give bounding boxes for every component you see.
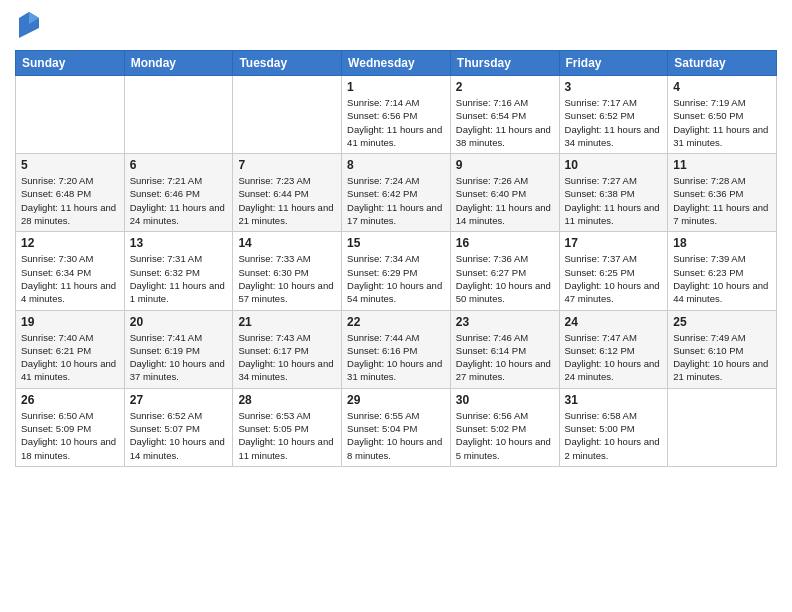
- day-number: 6: [130, 158, 228, 172]
- day-info: Sunrise: 7:47 AMSunset: 6:12 PMDaylight:…: [565, 331, 663, 384]
- day-info: Sunrise: 7:26 AMSunset: 6:40 PMDaylight:…: [456, 174, 554, 227]
- day-number: 4: [673, 80, 771, 94]
- logo-text-block: [15, 10, 41, 42]
- day-info: Sunrise: 6:58 AMSunset: 5:00 PMDaylight:…: [565, 409, 663, 462]
- calendar-cell: 21Sunrise: 7:43 AMSunset: 6:17 PMDayligh…: [233, 310, 342, 388]
- day-number: 10: [565, 158, 663, 172]
- day-number: 19: [21, 315, 119, 329]
- calendar-cell: 17Sunrise: 7:37 AMSunset: 6:25 PMDayligh…: [559, 232, 668, 310]
- day-number: 22: [347, 315, 445, 329]
- calendar-cell: 3Sunrise: 7:17 AMSunset: 6:52 PMDaylight…: [559, 76, 668, 154]
- calendar-day-header: Tuesday: [233, 51, 342, 76]
- day-number: 7: [238, 158, 336, 172]
- day-number: 15: [347, 236, 445, 250]
- day-info: Sunrise: 7:27 AMSunset: 6:38 PMDaylight:…: [565, 174, 663, 227]
- day-info: Sunrise: 7:24 AMSunset: 6:42 PMDaylight:…: [347, 174, 445, 227]
- calendar-cell: 10Sunrise: 7:27 AMSunset: 6:38 PMDayligh…: [559, 154, 668, 232]
- day-info: Sunrise: 7:36 AMSunset: 6:27 PMDaylight:…: [456, 252, 554, 305]
- day-number: 9: [456, 158, 554, 172]
- calendar-cell: 5Sunrise: 7:20 AMSunset: 6:48 PMDaylight…: [16, 154, 125, 232]
- logo-general: [15, 10, 41, 42]
- calendar-cell: 26Sunrise: 6:50 AMSunset: 5:09 PMDayligh…: [16, 388, 125, 466]
- calendar-cell: 1Sunrise: 7:14 AMSunset: 6:56 PMDaylight…: [342, 76, 451, 154]
- day-number: 27: [130, 393, 228, 407]
- day-info: Sunrise: 7:41 AMSunset: 6:19 PMDaylight:…: [130, 331, 228, 384]
- day-number: 1: [347, 80, 445, 94]
- calendar-cell: 2Sunrise: 7:16 AMSunset: 6:54 PMDaylight…: [450, 76, 559, 154]
- day-number: 16: [456, 236, 554, 250]
- day-info: Sunrise: 6:50 AMSunset: 5:09 PMDaylight:…: [21, 409, 119, 462]
- day-info: Sunrise: 7:39 AMSunset: 6:23 PMDaylight:…: [673, 252, 771, 305]
- day-info: Sunrise: 7:31 AMSunset: 6:32 PMDaylight:…: [130, 252, 228, 305]
- calendar-cell: 27Sunrise: 6:52 AMSunset: 5:07 PMDayligh…: [124, 388, 233, 466]
- calendar-cell: 20Sunrise: 7:41 AMSunset: 6:19 PMDayligh…: [124, 310, 233, 388]
- day-number: 2: [456, 80, 554, 94]
- day-info: Sunrise: 7:28 AMSunset: 6:36 PMDaylight:…: [673, 174, 771, 227]
- calendar-cell: 31Sunrise: 6:58 AMSunset: 5:00 PMDayligh…: [559, 388, 668, 466]
- day-info: Sunrise: 7:14 AMSunset: 6:56 PMDaylight:…: [347, 96, 445, 149]
- calendar-cell: 12Sunrise: 7:30 AMSunset: 6:34 PMDayligh…: [16, 232, 125, 310]
- calendar-cell: 8Sunrise: 7:24 AMSunset: 6:42 PMDaylight…: [342, 154, 451, 232]
- logo-icon: [17, 10, 41, 38]
- day-number: 5: [21, 158, 119, 172]
- day-number: 18: [673, 236, 771, 250]
- calendar-cell: [124, 76, 233, 154]
- calendar-cell: [233, 76, 342, 154]
- calendar-cell: 24Sunrise: 7:47 AMSunset: 6:12 PMDayligh…: [559, 310, 668, 388]
- day-number: 30: [456, 393, 554, 407]
- calendar-cell: [16, 76, 125, 154]
- day-number: 12: [21, 236, 119, 250]
- day-info: Sunrise: 7:44 AMSunset: 6:16 PMDaylight:…: [347, 331, 445, 384]
- logo: [15, 10, 41, 42]
- calendar-week-row: 1Sunrise: 7:14 AMSunset: 6:56 PMDaylight…: [16, 76, 777, 154]
- day-number: 17: [565, 236, 663, 250]
- calendar-day-header: Wednesday: [342, 51, 451, 76]
- day-info: Sunrise: 7:21 AMSunset: 6:46 PMDaylight:…: [130, 174, 228, 227]
- day-info: Sunrise: 7:16 AMSunset: 6:54 PMDaylight:…: [456, 96, 554, 149]
- calendar-cell: 15Sunrise: 7:34 AMSunset: 6:29 PMDayligh…: [342, 232, 451, 310]
- calendar-table: SundayMondayTuesdayWednesdayThursdayFrid…: [15, 50, 777, 467]
- calendar-cell: 6Sunrise: 7:21 AMSunset: 6:46 PMDaylight…: [124, 154, 233, 232]
- day-number: 14: [238, 236, 336, 250]
- day-number: 31: [565, 393, 663, 407]
- calendar-cell: 4Sunrise: 7:19 AMSunset: 6:50 PMDaylight…: [668, 76, 777, 154]
- calendar-week-row: 19Sunrise: 7:40 AMSunset: 6:21 PMDayligh…: [16, 310, 777, 388]
- day-info: Sunrise: 7:37 AMSunset: 6:25 PMDaylight:…: [565, 252, 663, 305]
- calendar-header-row: SundayMondayTuesdayWednesdayThursdayFrid…: [16, 51, 777, 76]
- day-info: Sunrise: 7:23 AMSunset: 6:44 PMDaylight:…: [238, 174, 336, 227]
- day-number: 26: [21, 393, 119, 407]
- day-number: 13: [130, 236, 228, 250]
- calendar-cell: 16Sunrise: 7:36 AMSunset: 6:27 PMDayligh…: [450, 232, 559, 310]
- calendar-cell: 22Sunrise: 7:44 AMSunset: 6:16 PMDayligh…: [342, 310, 451, 388]
- day-number: 24: [565, 315, 663, 329]
- day-info: Sunrise: 7:17 AMSunset: 6:52 PMDaylight:…: [565, 96, 663, 149]
- day-info: Sunrise: 7:40 AMSunset: 6:21 PMDaylight:…: [21, 331, 119, 384]
- header: [15, 10, 777, 42]
- day-number: 20: [130, 315, 228, 329]
- day-info: Sunrise: 7:49 AMSunset: 6:10 PMDaylight:…: [673, 331, 771, 384]
- day-info: Sunrise: 7:30 AMSunset: 6:34 PMDaylight:…: [21, 252, 119, 305]
- calendar-cell: 30Sunrise: 6:56 AMSunset: 5:02 PMDayligh…: [450, 388, 559, 466]
- calendar-day-header: Thursday: [450, 51, 559, 76]
- day-number: 3: [565, 80, 663, 94]
- calendar-cell: 14Sunrise: 7:33 AMSunset: 6:30 PMDayligh…: [233, 232, 342, 310]
- calendar-cell: 19Sunrise: 7:40 AMSunset: 6:21 PMDayligh…: [16, 310, 125, 388]
- day-info: Sunrise: 6:55 AMSunset: 5:04 PMDaylight:…: [347, 409, 445, 462]
- day-info: Sunrise: 6:52 AMSunset: 5:07 PMDaylight:…: [130, 409, 228, 462]
- calendar-cell: 11Sunrise: 7:28 AMSunset: 6:36 PMDayligh…: [668, 154, 777, 232]
- day-number: 28: [238, 393, 336, 407]
- calendar-cell: 7Sunrise: 7:23 AMSunset: 6:44 PMDaylight…: [233, 154, 342, 232]
- calendar-cell: [668, 388, 777, 466]
- day-info: Sunrise: 6:53 AMSunset: 5:05 PMDaylight:…: [238, 409, 336, 462]
- calendar-day-header: Sunday: [16, 51, 125, 76]
- calendar-cell: 28Sunrise: 6:53 AMSunset: 5:05 PMDayligh…: [233, 388, 342, 466]
- calendar-cell: 9Sunrise: 7:26 AMSunset: 6:40 PMDaylight…: [450, 154, 559, 232]
- calendar-week-row: 5Sunrise: 7:20 AMSunset: 6:48 PMDaylight…: [16, 154, 777, 232]
- calendar-cell: 25Sunrise: 7:49 AMSunset: 6:10 PMDayligh…: [668, 310, 777, 388]
- day-info: Sunrise: 6:56 AMSunset: 5:02 PMDaylight:…: [456, 409, 554, 462]
- calendar-day-header: Monday: [124, 51, 233, 76]
- calendar-day-header: Saturday: [668, 51, 777, 76]
- day-info: Sunrise: 7:33 AMSunset: 6:30 PMDaylight:…: [238, 252, 336, 305]
- day-info: Sunrise: 7:34 AMSunset: 6:29 PMDaylight:…: [347, 252, 445, 305]
- day-number: 11: [673, 158, 771, 172]
